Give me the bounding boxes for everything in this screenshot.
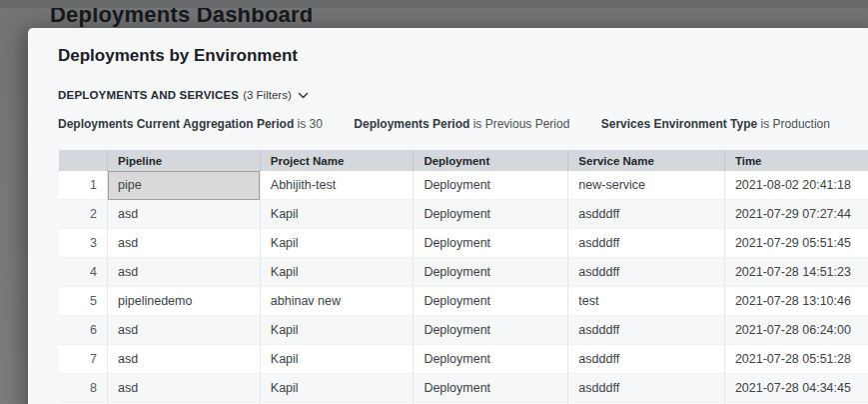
table-cell[interactable]: asd (108, 200, 261, 229)
table-cell[interactable]: Deployment (414, 229, 568, 258)
table-cell[interactable]: 2021-07-28 14:51:23 (724, 258, 868, 287)
table-cell[interactable]: asdddff (568, 316, 725, 345)
table-cell[interactable]: new-service (568, 171, 725, 200)
table-row: 5pipelinedemoabhinav newDeploymenttest20… (59, 287, 868, 316)
table-cell[interactable]: asd (108, 345, 261, 374)
table-row: 4asdKapilDeploymentasdddff2021-07-28 14:… (59, 258, 868, 287)
filter-item: Deployments Current Aggregation Period i… (58, 117, 323, 131)
row-number: 3 (59, 229, 108, 258)
table-row: 8asdKapilDeploymentasdddff2021-07-28 04:… (59, 374, 868, 403)
table-cell[interactable]: 2021-07-28 04:34:45 (724, 374, 868, 403)
applied-filters: Deployments Current Aggregation Period i… (58, 117, 858, 131)
table-cell[interactable]: pipelinedemo (108, 287, 261, 316)
table-cell[interactable]: 2021-07-29 07:27:44 (724, 200, 868, 229)
row-number: 1 (59, 171, 108, 200)
table-cell[interactable]: Deployment (414, 316, 568, 345)
table-cell[interactable]: Deployment (414, 200, 568, 229)
table-cell[interactable]: test (568, 287, 725, 316)
table-cell[interactable]: Kapil (260, 258, 414, 287)
table-cell[interactable]: asd (108, 316, 261, 345)
row-number: 6 (59, 316, 108, 345)
column-header-project-name[interactable]: Project Name (260, 150, 414, 171)
row-number: 7 (59, 345, 108, 374)
table-cell[interactable]: asd (108, 374, 261, 403)
table-cell[interactable]: Kapil (260, 316, 414, 345)
table-cell[interactable]: Kapil (260, 374, 414, 403)
table-row: 1pipeAbhijith-testDeploymentnew-service2… (59, 171, 868, 200)
row-number: 8 (59, 374, 108, 403)
top-bar (0, 0, 868, 8)
drill-modal: Deployments by Environment DEPLOYMENTS A… (28, 28, 868, 404)
table-cell[interactable]: Kapil (260, 345, 414, 374)
table-cell[interactable]: Deployment (414, 287, 568, 316)
filter-name: Deployments Current Aggregation Period (58, 117, 294, 131)
row-number: 5 (59, 287, 108, 316)
filter-condition: is Previous Period (473, 117, 570, 131)
chevron-down-icon (298, 92, 309, 99)
row-number: 4 (59, 258, 108, 287)
column-header-service-name[interactable]: Service Name (568, 150, 725, 171)
modal-title: Deployments by Environment (58, 46, 298, 66)
table-cell[interactable]: asdddff (568, 374, 725, 403)
table-row: 3asdKapilDeploymentasdddff2021-07-29 05:… (59, 229, 868, 258)
filters-section-label: DEPLOYMENTS AND SERVICES (58, 89, 239, 101)
table-cell[interactable]: 2021-07-28 05:51:28 (724, 345, 868, 374)
table-cell[interactable]: Deployment (414, 171, 568, 200)
table-cell[interactable]: Deployment (414, 374, 568, 403)
table-cell[interactable]: asdddff (568, 229, 725, 258)
filter-item: Services Environment Type is Production (601, 117, 830, 131)
table-cell[interactable]: asd (108, 229, 261, 258)
filter-item: Deployments Period is Previous Period (354, 117, 569, 131)
table-cell[interactable]: Deployment (414, 345, 568, 374)
table-header-row: Pipeline Project Name Deployment Service… (59, 150, 868, 171)
table-cell[interactable]: abhinav new (260, 287, 414, 316)
table-row: 2asdKapilDeploymentasdddff2021-07-29 07:… (59, 200, 868, 229)
table-cell[interactable]: asdddff (568, 200, 725, 229)
column-header-pipeline[interactable]: Pipeline (108, 150, 261, 171)
filter-condition: is Production (761, 117, 830, 131)
row-number: 2 (59, 200, 108, 229)
table-cell[interactable]: Kapil (260, 200, 414, 229)
table-cell[interactable]: Deployment (414, 258, 568, 287)
filter-condition: is 30 (298, 117, 323, 131)
filters-section-toggle[interactable]: DEPLOYMENTS AND SERVICES (3 Filters) (58, 89, 309, 101)
table-cell[interactable]: asd (108, 258, 261, 287)
table-cell[interactable]: 2021-07-28 06:24:00 (724, 316, 868, 345)
filters-count: (3 Filters) (243, 89, 292, 101)
filter-name: Deployments Period (354, 117, 469, 131)
table-cell[interactable]: 2021-08-02 20:41:18 (724, 171, 868, 200)
corner-header (59, 150, 108, 171)
table-cell[interactable]: 2021-07-28 13:10:46 (724, 287, 868, 316)
filter-name: Services Environment Type (601, 117, 758, 131)
table-cell[interactable]: pipe (108, 171, 261, 200)
deployments-table-container: Pipeline Project Name Deployment Service… (59, 150, 868, 404)
table-row: 6asdKapilDeploymentasdddff2021-07-28 06:… (59, 316, 868, 345)
column-header-deployment[interactable]: Deployment (414, 150, 568, 171)
table-cell[interactable]: asdddff (568, 345, 725, 374)
table-cell[interactable]: asdddff (568, 258, 725, 287)
column-header-time[interactable]: Time (724, 150, 868, 171)
table-cell[interactable]: 2021-07-29 05:51:45 (724, 229, 868, 258)
table-cell[interactable]: Kapil (260, 229, 414, 258)
table-row: 7asdKapilDeploymentasdddff2021-07-28 05:… (59, 345, 868, 374)
table-cell[interactable]: Abhijith-test (260, 171, 414, 200)
deployments-table: Pipeline Project Name Deployment Service… (59, 150, 868, 404)
